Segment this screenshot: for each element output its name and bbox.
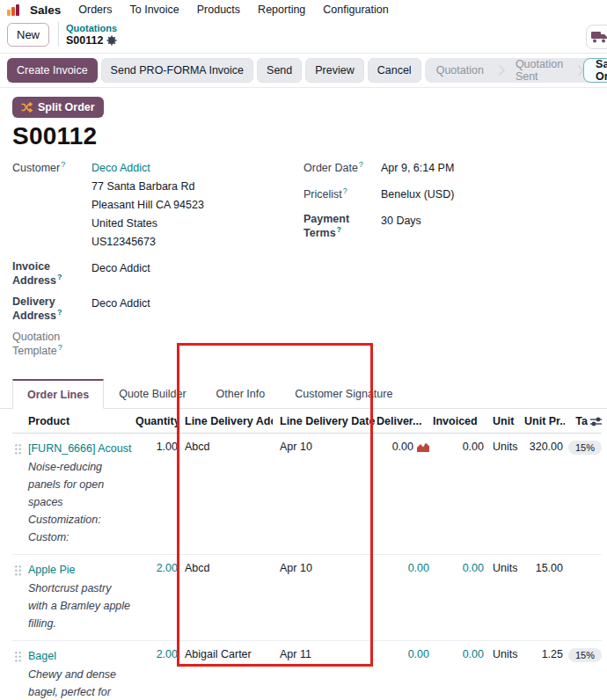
app-name[interactable]: Sales — [30, 4, 61, 17]
quantity-value[interactable]: 2.00 — [157, 562, 178, 574]
line-delivery-date-value[interactable]: Apr 10 — [280, 441, 312, 453]
drag-handle-icon[interactable] — [14, 565, 22, 576]
order-lines-header-row: Product Quantity Line Delivery Addr. Lin… — [12, 409, 602, 434]
col-delivered[interactable]: Deliver... — [375, 409, 431, 434]
optional-columns-icon[interactable] — [590, 416, 602, 427]
field-pricelist: Pricelist? Benelux (USD) — [304, 186, 602, 204]
tab-customer-signature[interactable]: Customer Signature — [280, 379, 407, 408]
unit-price-value[interactable]: 320.00 — [530, 441, 563, 453]
col-invoiced[interactable]: Invoiced — [431, 409, 486, 434]
product-description: Noise-reducing panels for open spaces Cu… — [28, 458, 132, 546]
create-invoice-button[interactable]: Create Invoice — [7, 58, 98, 83]
split-order-label: Split Order — [38, 101, 95, 113]
form-sheet: Split Order S00112 Customer? Deco Addict… — [0, 88, 607, 700]
order-title[interactable]: S00112 — [12, 122, 602, 150]
pricelist-value[interactable]: Benelux (USD) — [381, 186, 454, 204]
help-icon: ? — [58, 343, 62, 352]
breadcrumb-quotations-link[interactable]: Quotations — [66, 22, 117, 34]
delivered-value[interactable]: 0.00 — [392, 441, 413, 453]
unit-value[interactable]: Units — [493, 441, 517, 453]
col-line-delivery-addr[interactable]: Line Delivery Addr. — [179, 409, 273, 434]
delivered-value[interactable]: 0.00 — [408, 648, 429, 660]
line-delivery-addr-value[interactable]: Abcd — [185, 441, 210, 453]
invoiced-value: 0.00 — [463, 648, 484, 660]
line-delivery-addr-value[interactable]: Abcd — [185, 562, 210, 574]
help-icon: ? — [359, 160, 363, 169]
col-line-delivery-date[interactable]: Line Delivery Date — [273, 409, 375, 434]
line-delivery-addr-value[interactable]: Abigail Carter — [185, 648, 252, 660]
customer-label: Customer? — [12, 159, 91, 252]
nav-item-configuration[interactable]: Configuration — [323, 4, 388, 16]
tab-order-lines[interactable]: Order Lines — [12, 379, 104, 409]
status-bar: Quotation Quotation Sent Sales Order — [425, 58, 607, 83]
help-icon: ? — [337, 225, 342, 234]
col-unit[interactable]: Unit — [486, 409, 523, 434]
sales-app-icon[interactable] — [7, 4, 19, 16]
breadcrumb-current-label: S00112 — [66, 34, 103, 47]
order-line-row[interactable]: Bagel Chewy and dense bagel, perfect for… — [12, 641, 602, 700]
chevron-right-icon — [574, 65, 583, 75]
split-order-button[interactable]: Split Order — [12, 97, 104, 118]
order-date-value[interactable]: Apr 9, 6:14 PM — [381, 159, 454, 178]
drag-handle-icon[interactable] — [14, 651, 22, 662]
quantity-value[interactable]: 2.00 — [157, 648, 178, 660]
field-payment-terms: Payment Terms? 30 Days — [304, 212, 602, 239]
quotation-template-label: Quotation Template? — [12, 330, 91, 357]
tab-other-info[interactable]: Other Info — [201, 379, 281, 408]
col-quantity[interactable]: Quantity — [134, 409, 179, 434]
product-link[interactable]: Bagel — [28, 648, 132, 664]
tax-badge[interactable]: 15% — [568, 648, 602, 662]
invoice-address-value[interactable]: Deco Addict — [91, 259, 150, 287]
preview-button[interactable]: Preview — [305, 58, 363, 83]
order-line-row[interactable]: Apple Pie Shortcrust pastry with a Braml… — [12, 555, 602, 641]
customer-address: 77 Santa Barbara Rd Pleasant Hill CA 945… — [91, 178, 204, 252]
help-icon: ? — [57, 273, 62, 281]
nav-item-products[interactable]: Products — [197, 4, 240, 16]
notebook-tabs: Order Lines Quote Builder Other Info Cus… — [0, 379, 607, 409]
status-step-sales-order[interactable]: Sales Order — [583, 58, 607, 83]
help-icon: ? — [57, 308, 62, 317]
order-lines-body: [FURN_6666] Acoustic ... Noise-reducing … — [12, 434, 602, 700]
order-line-row[interactable]: [FURN_6666] Acoustic ... Noise-reducing … — [12, 434, 602, 555]
breadcrumb: Quotations S00112 — [66, 22, 117, 47]
delivered-value[interactable]: 0.00 — [408, 562, 429, 574]
send-button[interactable]: Send — [257, 58, 302, 83]
send-proforma-button[interactable]: Send PRO-FORMA Invoice — [101, 58, 253, 83]
field-invoice-address: Invoice Address? Deco Addict — [12, 259, 304, 287]
payment-terms-value[interactable]: 30 Days — [381, 212, 421, 239]
delivery-address-value[interactable]: Deco Addict — [91, 295, 150, 322]
quantity-value[interactable]: 1.00 — [157, 441, 178, 453]
forecast-chart-icon[interactable] — [417, 442, 429, 452]
col-unit-price[interactable]: Unit Pr... — [523, 409, 565, 434]
nav-item-reporting[interactable]: Reporting — [258, 4, 305, 16]
col-product[interactable]: Product — [26, 409, 134, 434]
new-button[interactable]: New — [7, 23, 49, 47]
nav-item-to-invoice[interactable]: To Invoice — [129, 4, 179, 16]
unit-value[interactable]: Units — [493, 648, 517, 660]
customer-link[interactable]: Deco Addict — [91, 162, 150, 174]
product-link[interactable]: [FURN_6666] Acoustic ... — [28, 441, 132, 456]
tax-badge[interactable]: 15% — [568, 441, 602, 455]
product-link[interactable]: Apple Pie — [28, 562, 132, 578]
product-description: Chewy and dense bagel, perfect for sandw… — [28, 666, 132, 700]
delivery-smart-button[interactable] — [586, 25, 607, 49]
order-lines-table: Product Quantity Line Delivery Addr. Lin… — [12, 409, 602, 700]
nav-item-orders[interactable]: Orders — [78, 4, 112, 16]
col-taxes[interactable]: Ta — [575, 415, 588, 427]
status-step-quotation-sent[interactable]: Quotation Sent — [504, 58, 574, 83]
tab-quote-builder[interactable]: Quote Builder — [104, 379, 201, 408]
unit-price-value[interactable]: 15.00 — [536, 562, 563, 574]
breadcrumb-current: S00112 — [66, 34, 117, 47]
status-step-quotation[interactable]: Quotation — [425, 58, 495, 83]
unit-price-value[interactable]: 1.25 — [542, 648, 563, 660]
unit-value[interactable]: Units — [493, 562, 517, 574]
control-panel: New Quotations S00112 — [0, 18, 607, 53]
line-delivery-date-value[interactable]: Apr 10 — [280, 562, 312, 574]
line-delivery-date-value[interactable]: Apr 11 — [280, 648, 311, 660]
field-delivery-address: Delivery Address? Deco Addict — [12, 295, 304, 322]
gear-icon[interactable] — [106, 35, 117, 46]
cancel-button[interactable]: Cancel — [368, 58, 421, 83]
order-date-label: Order Date? — [304, 159, 381, 178]
drag-handle-icon[interactable] — [14, 443, 22, 455]
shuffle-icon — [21, 102, 33, 113]
